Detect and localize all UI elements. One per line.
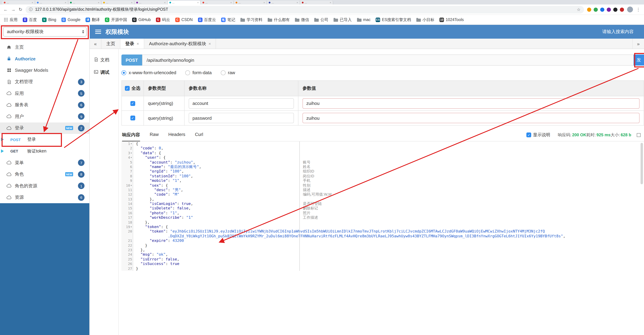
browser-tab[interactable]: …× [201,1,234,4]
bookmark-item[interactable]: 小目标 [416,17,434,22]
bookmark-item[interactable]: GGitHub [132,18,151,22]
browser-tab[interactable]: …× [102,1,134,4]
bookmark-item[interactable]: G码云 [156,17,170,22]
tab-close-icon[interactable]: × [230,2,232,4]
extension-icon[interactable] [594,8,598,12]
sidebar-item-Swagger Models[interactable]: Swagger Models [0,64,89,76]
fold-icon[interactable]: ▾ [130,183,132,188]
extension-icon[interactable] [620,8,624,12]
fold-icon[interactable]: ▾ [130,224,132,229]
bookmark-item[interactable]: 译翻译 [86,17,100,22]
bookmark-item[interactable]: 已导入 [334,17,352,22]
doc-tab[interactable]: 主页 [102,39,120,49]
request-url-field[interactable]: /api/authority/anno/login [142,54,634,66]
sidebar-item-服务表[interactable]: 服务表6 [0,99,89,111]
send-button[interactable]: 发 [634,54,644,66]
tab-close-icon[interactable]: × [208,41,211,46]
sidebar-item-应用[interactable]: 应用5 [0,88,89,99]
tab-close-icon[interactable]: × [264,2,265,4]
browser-tab[interactable]: …× [2,1,35,4]
browser-tab[interactable]: …× [234,1,267,4]
sidebar-item-角色[interactable]: 角色NEW8 [0,168,89,180]
bookmark-item[interactable]: 什么都有 [268,17,290,22]
tab-close-icon[interactable]: × [32,2,33,4]
sidebar-item-主页[interactable]: 主页 [0,42,89,53]
tab-close-icon[interactable]: × [330,2,331,4]
browser-tab[interactable]: …× [134,1,168,4]
param-value-input[interactable] [302,98,640,108]
response-tab[interactable]: Curl [195,132,203,138]
response-tab[interactable]: 响应内容 [122,132,140,138]
url-bar[interactable]: ⓘ 127.0.0.1:8760/api/gate/doc.html#/auth… [26,6,584,13]
forward-icon[interactable]: → [11,7,16,12]
fold-icon[interactable]: ▾ [130,151,132,156]
bookmark-item[interactable]: 微信 [295,17,309,22]
collapse-left-button[interactable]: « [90,39,102,49]
module-select[interactable]: authority-权限模块 [3,27,86,36]
sidebar-api-get-验证token[interactable]: GET验证token [0,146,89,157]
browser-tab[interactable]: …× [300,1,333,4]
browser-tab[interactable]: …× [35,1,68,4]
sidebar-item-资源[interactable]: 资源6 [0,192,89,203]
bookmark-item[interactable]: 应用 [4,17,18,22]
fold-icon[interactable]: ▾ [130,155,132,160]
extension-icon[interactable] [613,8,618,12]
param-name-input[interactable] [189,98,294,108]
bookmark-item[interactable]: mac [357,18,370,22]
profile-avatar[interactable] [627,6,633,12]
browser-menu-icon[interactable]: ⋮ [636,7,640,12]
bookmark-item[interactable]: 101024Tools [440,18,464,22]
tab-close-icon[interactable]: × [131,2,132,4]
sidebar-api-post-登录[interactable]: POST登录 [0,134,89,146]
response-tab[interactable]: Headers [168,132,185,138]
bookmark-item[interactable]: ESES搜索引擎文档 [376,17,411,22]
tab-close-icon[interactable]: × [98,2,99,4]
doc-tab[interactable]: 登录× [120,39,144,49]
show-description-toggle[interactable]: ✓ 显示说明 [526,132,550,138]
tab-close-icon[interactable]: × [136,41,139,46]
tab-close-icon[interactable]: × [197,2,199,4]
collapse-right-button[interactable]: » [632,39,644,49]
tab-debug[interactable]: 调试 [90,66,118,79]
fold-icon[interactable]: ▾ [130,142,132,146]
sidebar-item-角色的资源[interactable]: 角色的资源1 [0,180,89,192]
back-icon[interactable]: ← [4,7,8,12]
content-type-radio[interactable]: raw [220,70,235,75]
sidebar-item-Authorize[interactable]: Authorize [0,53,89,64]
browser-tab[interactable]: …× [267,1,300,4]
browser-tab[interactable]: …× [168,1,201,4]
editor-scrollbar[interactable] [640,143,643,184]
browser-tab[interactable]: …× [68,1,102,4]
param-value-input[interactable] [302,113,640,123]
doc-tab[interactable]: Authorize-authority-权限模块× [144,39,216,49]
extension-icon[interactable] [607,8,611,12]
tab-document[interactable]: 文档 [90,54,118,66]
show-description-checkbox[interactable]: ✓ [526,132,531,137]
sidebar-item-登录[interactable]: 登录NEW2 [0,122,89,134]
param-checkbox[interactable]: ✓ [130,101,135,106]
bookmark-star-icon[interactable]: ☆ [577,7,580,12]
bookmark-item[interactable]: C开源中国 [105,17,127,22]
sidebar-item-用户[interactable]: 用户9 [0,111,89,122]
tab-close-icon[interactable]: × [297,2,298,4]
bookmark-item[interactable]: 百百度 [23,17,37,22]
hamburger-icon[interactable] [95,30,101,34]
bookmark-item[interactable]: bBing [42,18,56,22]
extension-icon[interactable] [600,8,604,12]
bookmark-item[interactable]: GGoogle [62,18,80,22]
tab-close-icon[interactable]: × [65,2,66,4]
reload-icon[interactable]: ↻ [19,7,22,12]
tab-close-icon[interactable]: × [164,2,166,4]
sidebar-item-菜单[interactable]: 菜单7 [0,157,89,168]
bookmark-item[interactable]: CCSDN [175,18,193,22]
fullscreen-icon[interactable] [637,133,640,137]
bookmark-item[interactable]: 公司 [314,17,328,22]
param-name-input[interactable] [189,113,294,123]
response-tab[interactable]: Raw [150,132,159,138]
bookmark-item[interactable]: 云百度云 [198,17,216,22]
content-type-radio[interactable]: form-data [185,70,212,75]
header-search-input[interactable]: 请输入搜索内容 [602,29,634,35]
content-type-radio[interactable]: x-www-form-urlencoded [122,70,176,75]
site-info-icon[interactable]: ⓘ [29,7,33,12]
bookmark-item[interactable]: 学习资料 [240,17,262,22]
